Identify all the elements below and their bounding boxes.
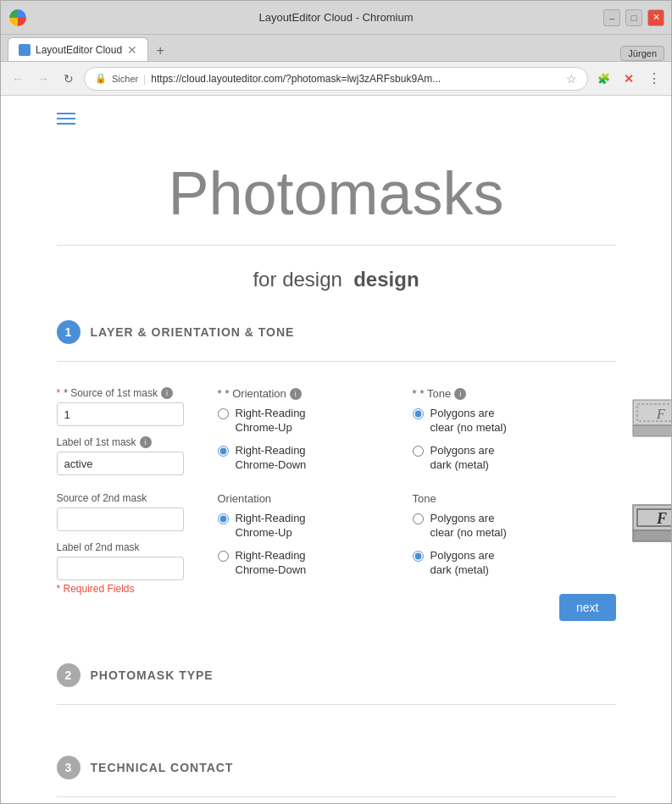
orientation2-option1[interactable]: Right-ReadingChrome-Up: [218, 512, 387, 541]
tone1-option2[interactable]: Polygons aredark (metal): [413, 444, 582, 473]
svg-marker-1: [633, 425, 672, 436]
section2-content: [57, 713, 616, 747]
tone1-label: * * Tone i: [413, 387, 582, 400]
bookmark-icon[interactable]: ☆: [566, 72, 577, 86]
minimize-button[interactable]: –: [603, 9, 620, 26]
svg-marker-7: [633, 530, 672, 541]
section3-header: 3 TECHNICAL CONTACT: [57, 747, 616, 788]
mask2-illustration: F: [616, 492, 672, 560]
x-button[interactable]: ✕: [619, 69, 639, 89]
section3-divider: [57, 796, 616, 797]
page-subtitle: for design design: [57, 254, 616, 312]
reload-button[interactable]: ↻: [58, 69, 79, 89]
section2-number: 2: [57, 663, 81, 687]
orientation1-option1[interactable]: Right-ReadingChrome-Up: [218, 407, 387, 435]
section2-header: 2 PHOTOMASK TYPE: [57, 655, 616, 696]
source2-input[interactable]: [57, 507, 184, 531]
window-controls: – □ ✕: [603, 9, 664, 26]
hamburger-menu[interactable]: [57, 96, 616, 141]
subtitle-bold: design: [353, 268, 419, 291]
title-divider: [57, 245, 616, 246]
mask1-illustration: F: [616, 387, 672, 455]
source2-label: Source of 2nd mask: [57, 492, 192, 504]
svg-text:F: F: [656, 407, 665, 421]
mask2-row: Source of 2nd mask Label of 2nd mask Ori…: [57, 492, 616, 580]
maximize-button[interactable]: □: [625, 9, 642, 26]
tone1-col: * * Tone i Polygons areclear (no metal): [413, 387, 582, 473]
extensions-button[interactable]: 🧩: [593, 69, 614, 89]
label1-input[interactable]: [57, 452, 184, 475]
section1-number: 1: [57, 320, 81, 344]
section3-title: TECHNICAL CONTACT: [91, 761, 234, 774]
orientation2-option2[interactable]: Right-ReadingChrome-Down: [218, 549, 387, 578]
source1-label: * * Source of 1st mask i: [57, 387, 192, 399]
source1-input[interactable]: [57, 402, 184, 426]
tab-favicon: [19, 44, 31, 56]
orientation1-label: * * Orientation i: [218, 387, 387, 400]
mask2-fields: Source of 2nd mask Label of 2nd mask: [57, 492, 192, 580]
title-bar: LayoutEditor Cloud - Chromium – □ ✕: [1, 1, 671, 35]
orientation1-group: Right-ReadingChrome-Up Right-ReadingChro…: [218, 407, 387, 473]
orientation2-label: Orientation: [218, 492, 387, 505]
mask1-fields: * * Source of 1st mask i Label of 1st ma…: [57, 387, 192, 475]
tone1-option1[interactable]: Polygons areclear (no metal): [413, 407, 582, 435]
label2-input[interactable]: [57, 557, 184, 580]
tone2-label: Tone: [413, 492, 582, 505]
tone2-option1[interactable]: Polygons areclear (no metal): [413, 512, 582, 541]
form-footer: * Required Fields next: [57, 580, 616, 621]
tone1-group: Polygons areclear (no metal) Polygons ar…: [413, 407, 582, 473]
svg-text:F: F: [656, 510, 667, 527]
tone2-option2[interactable]: Polygons aredark (metal): [413, 549, 582, 578]
browser-logo: [9, 9, 26, 26]
window-title: LayoutEditor Cloud - Chromium: [258, 11, 413, 24]
tab-close-button[interactable]: ✕: [127, 43, 137, 57]
lock-icon: 🔒: [95, 73, 107, 84]
orientation1-col: * * Orientation i Right-ReadingChrome-Up: [218, 387, 387, 473]
sicher-label: Sicher: [112, 74, 138, 84]
address-input[interactable]: 🔒 Sicher | https://cloud.layouteditor.co…: [84, 67, 588, 91]
form-section1: * * Source of 1st mask i Label of 1st ma…: [57, 370, 616, 638]
forward-button[interactable]: →: [33, 69, 53, 89]
mask1-row: * * Source of 1st mask i Label of 1st ma…: [57, 387, 616, 475]
active-tab[interactable]: LayoutEditor Cloud ✕: [8, 37, 148, 61]
section1-title: LAYER & ORIENTATION & TONE: [91, 325, 295, 339]
tab-label: LayoutEditor Cloud: [36, 44, 122, 56]
label2-label: Label of 2nd mask: [57, 541, 192, 553]
section3-number: 3: [57, 756, 81, 779]
section2-title: PHOTOMASK TYPE: [91, 668, 214, 682]
tone1-info-icon[interactable]: i: [454, 388, 466, 400]
orientation2-col: Orientation Right-ReadingChrome-Up Right…: [218, 492, 387, 578]
subtitle-plain: for design: [253, 268, 342, 291]
next-button[interactable]: next: [559, 594, 615, 621]
orientation2-group: Right-ReadingChrome-Up Right-ReadingChro…: [218, 512, 387, 578]
section2-divider: [57, 704, 616, 705]
new-tab-button[interactable]: +: [148, 42, 172, 59]
profile-button[interactable]: Jürgen: [620, 46, 664, 61]
address-bar: ← → ↻ 🔒 Sicher | https://cloud.layoutedi…: [1, 62, 671, 96]
orientation1-info-icon[interactable]: i: [290, 388, 302, 400]
tone2-col: Tone Polygons areclear (no metal) Polygo…: [413, 492, 582, 578]
url-text: https://cloud.layouteditor.com/?photomas…: [151, 73, 441, 85]
back-button[interactable]: ←: [8, 69, 28, 89]
label1-info-icon[interactable]: i: [140, 436, 152, 448]
section1-divider: [57, 361, 616, 362]
orientation1-option2[interactable]: Right-ReadingChrome-Down: [218, 444, 387, 473]
label1-label: Label of 1st mask i: [57, 436, 192, 448]
source1-info-icon[interactable]: i: [161, 387, 173, 399]
page-content: Photomasks for design design 1 LAYER & O…: [1, 96, 671, 803]
close-button[interactable]: ✕: [647, 9, 664, 26]
tone2-group: Polygons areclear (no metal) Polygons ar…: [413, 512, 582, 578]
required-note: * Required Fields: [57, 583, 135, 595]
menu-button[interactable]: ⋮: [644, 69, 664, 89]
tab-bar: LayoutEditor Cloud ✕ + Jürgen: [1, 35, 671, 62]
page-title: Photomasks: [57, 141, 616, 236]
section1-header: 1 LAYER & ORIENTATION & TONE: [57, 312, 616, 352]
